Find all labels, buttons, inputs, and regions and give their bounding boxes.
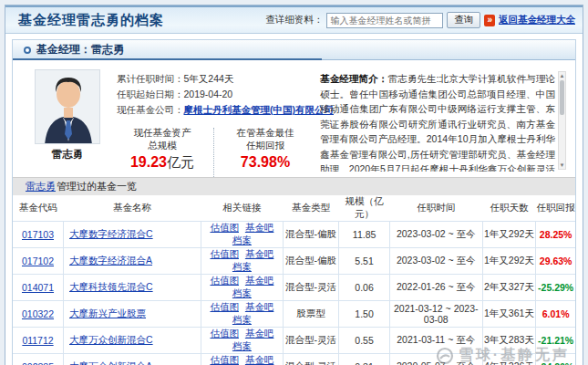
avatar-illustration: [36, 70, 100, 144]
fund-name-link[interactable]: 大摩科技领先混合C: [69, 281, 153, 292]
fund-archive-link[interactable]: 档案: [232, 261, 252, 272]
fund-code-link[interactable]: 010322: [22, 308, 54, 319]
tenure-return: -25.29%: [536, 275, 575, 301]
fund-table: 基金代码 基金名称 相关链接 基金类型 规模（亿元） 任职时间 任职天数 任职回…: [13, 195, 575, 365]
valuation-chart-link[interactable]: 估值图: [210, 328, 239, 339]
fund-type: 混合型-灵活: [283, 354, 339, 365]
col-links: 相关链接: [201, 195, 283, 222]
tenure-total-field: 累计任职时间：5年又244天: [117, 71, 313, 87]
tenure-days: 2年又327天: [482, 275, 536, 301]
fund-code-link[interactable]: 017103: [22, 229, 54, 240]
fund-table-row: 002885 大摩万众创新混合A 估值图 基金吧 档案 混合型-灵活 0.31 …: [13, 354, 575, 365]
fund-code-link[interactable]: 002885: [22, 361, 54, 365]
fund-name-link[interactable]: 大摩新兴产业股票: [69, 308, 146, 318]
fund-name-link[interactable]: 大摩万众创新混合C: [69, 334, 153, 345]
fund-scale: 11.85: [339, 222, 390, 248]
fund-archive-link[interactable]: 档案: [232, 340, 252, 351]
valuation-chart-link[interactable]: 估值图: [210, 248, 239, 259]
valuation-chart-link[interactable]: 估值图: [210, 354, 239, 365]
fund-bar-link[interactable]: 基金吧: [245, 275, 274, 286]
fund-scale: 5.51: [339, 248, 390, 275]
fund-name-link[interactable]: 大摩数字经济混合A: [69, 255, 152, 266]
fund-code-link[interactable]: 014071: [22, 282, 54, 293]
photo-column: 雷志勇: [27, 69, 108, 172]
fund-type: 混合型-偏股: [283, 248, 339, 275]
company-link[interactable]: 摩根士丹利基金管理(中国)有限公司: [184, 104, 335, 115]
intro-label: 基金经理简介：: [320, 73, 387, 84]
current-company-field: 现任基金公司：摩根士丹利基金管理(中国)有限公司: [117, 102, 313, 118]
valuation-chart-link[interactable]: 估值图: [210, 301, 239, 312]
stats-row: 现任基金资产 总规模 19.23亿元 在管基金最佳 任期回报 73.98%: [117, 126, 313, 177]
col-return: 任职回报: [536, 195, 575, 222]
tenure-period: 2023-03-02 ~ 至今: [389, 248, 482, 275]
fund-table-row: 014071 大摩科技领先混合C 估值图 基金吧 档案 混合型-灵活 0.06 …: [13, 275, 575, 301]
intro-scrollbar[interactable]: ▲ ▼: [558, 71, 566, 170]
table-header-row: 基金代码 基金名称 相关链接 基金类型 规模（亿元） 任职时间 任职天数 任职回…: [13, 195, 575, 222]
col-fund-code: 基金代码: [13, 195, 64, 222]
page-title: 基金经理雷志勇的档案: [18, 12, 164, 29]
search-button[interactable]: 查询: [447, 12, 480, 28]
col-scale: 规模（亿元）: [339, 195, 390, 222]
stat-best-return: 在管基金最佳 任期回报 73.98%: [220, 126, 311, 177]
tenure-start-field: 任职起始日期：2019-04-20: [117, 87, 313, 102]
fund-list-title: 雷志勇管理过的基金一览: [13, 177, 575, 195]
fund-code-link[interactable]: 011712: [22, 335, 53, 346]
section-header: 基金经理：雷志勇: [13, 40, 575, 60]
tenure-period: 2021-03-12 ~ 2023-03-08: [389, 301, 482, 328]
best-return-value: 73.98%: [241, 154, 290, 170]
tenure-return: 28.25%: [536, 222, 575, 248]
fund-bar-link[interactable]: 基金吧: [245, 301, 274, 312]
content-panel: 基金经理：雷志勇 雷志勇: [12, 39, 576, 365]
tenure-return: -21.21%: [536, 328, 575, 354]
fund-type: 混合型-灵活: [283, 328, 339, 354]
col-fund-type: 基金类型: [283, 195, 339, 222]
fund-bar-link[interactable]: 基金吧: [245, 222, 274, 233]
stat-total-assets: 现任基金资产 总规模 19.23亿元: [117, 126, 208, 177]
scroll-up-icon[interactable]: ▲: [559, 72, 565, 79]
manager-profile: 雷志勇 累计任职时间：5年又244天 任职起始日期：2019-04-20 现任基…: [13, 60, 575, 177]
section-underline: [13, 58, 322, 60]
tenure-days: 1年又292天: [482, 248, 536, 275]
manager-photo: [35, 69, 100, 144]
tenure-return: 29.63%: [536, 248, 575, 275]
tenure-days: 1年又361天: [482, 301, 536, 328]
fund-type: 混合型-灵活: [283, 275, 339, 301]
fund-table-row: 011712 大摩万众创新混合C 估值图 基金吧 档案 混合型-灵活 0.55 …: [13, 328, 575, 354]
valuation-chart-link[interactable]: 估值图: [210, 275, 239, 286]
valuation-chart-link[interactable]: 估值图: [210, 222, 239, 233]
total-assets-value: 19.23: [130, 154, 167, 170]
fund-archive-link[interactable]: 档案: [232, 235, 252, 245]
tenure-return: 6.01%: [536, 301, 575, 328]
manager-search-input[interactable]: [326, 13, 443, 28]
scrollbar-thumb[interactable]: [560, 80, 564, 115]
stat-divider: [213, 128, 214, 177]
fund-bar-link[interactable]: 基金吧: [245, 354, 274, 365]
fund-name-link[interactable]: 大摩万众创新混合A: [69, 360, 152, 365]
fund-code-link[interactable]: 017102: [22, 256, 54, 266]
scroll-down-icon[interactable]: ▼: [559, 162, 565, 169]
back-to-manager-list-link[interactable]: 返回基金经理大全: [499, 14, 575, 26]
fund-table-row: 017103 大摩数字经济混合C 估值图 基金吧 档案 混合型-偏股 11.85…: [13, 222, 575, 248]
tenure-days: 3年又283天: [482, 328, 536, 354]
search-area: 查详细资料： 查询 » 返回基金经理大全: [265, 12, 575, 28]
tenure-period: 2023-03-02 ~ 至今: [389, 222, 482, 248]
col-period: 任职时间: [389, 195, 482, 222]
fund-bar-link[interactable]: 基金吧: [245, 328, 274, 339]
col-fund-name: 基金名称: [64, 195, 201, 222]
profile-fields: 累计任职时间：5年又244天 任职起始日期：2019-04-20 现任基金公司：…: [108, 69, 313, 172]
fund-archive-link[interactable]: 档案: [232, 314, 252, 325]
col-days: 任职天数: [482, 195, 536, 222]
fund-archive-link[interactable]: 档案: [232, 287, 252, 298]
intro-text: 雷志勇先生:北京大学计算机软件与理论硕士。曾任中国移动通信集团公司总部项目经理、…: [320, 73, 555, 172]
page-frame: 基金经理雷志勇的档案 查详细资料： 查询 » 返回基金经理大全 基金经理：雷志勇: [5, 5, 583, 365]
fund-type: 混合型-偏股: [283, 222, 339, 248]
section-title: 基金经理：雷志勇: [36, 42, 124, 57]
search-label: 查详细资料：: [265, 14, 323, 26]
manager-name-link[interactable]: 雷志勇: [26, 180, 56, 193]
fund-scale: 0.55: [339, 328, 390, 354]
fund-scale: 0.06: [339, 275, 390, 301]
tenure-return: -24.20%: [536, 354, 575, 365]
fund-name-link[interactable]: 大摩数字经济混合C: [69, 228, 153, 239]
fund-bar-link[interactable]: 基金吧: [245, 248, 274, 259]
fund-scale: 0.31: [339, 354, 390, 365]
